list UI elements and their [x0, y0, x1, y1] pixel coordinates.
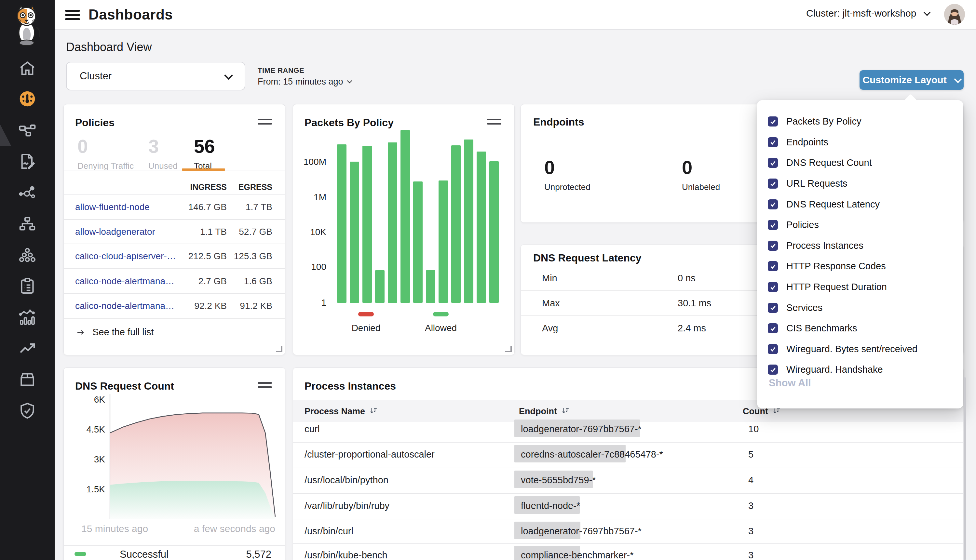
checkbox-checked-icon[interactable]: [768, 261, 778, 271]
process-name-cell: curl: [305, 424, 320, 435]
column-header-ingress[interactable]: INGRESS: [181, 182, 227, 192]
policies-stat-unused[interactable]: 3 Unused: [148, 137, 178, 171]
divider: [64, 318, 285, 319]
policy-link[interactable]: allow-loadgenerator: [75, 227, 155, 237]
sidebar-nav: [0, 0, 55, 560]
checkbox-checked-icon[interactable]: [768, 220, 778, 230]
sort-icon[interactable]: [561, 406, 569, 417]
sidebar-item-security[interactable]: [18, 402, 37, 420]
divider: [64, 243, 285, 244]
layout-option-label: DNS Request Count: [786, 157, 872, 168]
policy-link[interactable]: calico-cloud-apiserver-…: [75, 251, 176, 262]
drag-handle-icon[interactable]: [258, 119, 272, 125]
shield-check-icon: [18, 402, 37, 420]
divider: [64, 219, 285, 220]
sidebar-item-dashboards[interactable]: [18, 90, 37, 108]
time-range-label: TIME RANGE: [258, 66, 304, 75]
checkbox-checked-icon[interactable]: [768, 241, 778, 251]
checkbox-checked-icon[interactable]: [768, 323, 778, 333]
column-header-egress[interactable]: EGRESS: [233, 182, 272, 192]
checkbox-checked-icon[interactable]: [768, 178, 778, 188]
layout-option-policies[interactable]: Policies: [768, 215, 956, 235]
resize-handle[interactable]: [276, 346, 282, 352]
sidebar-item-workloads[interactable]: [18, 246, 37, 264]
page-title: Dashboards: [88, 7, 173, 23]
denied-legend-label[interactable]: Denied: [340, 323, 392, 333]
resize-handle[interactable]: [505, 346, 512, 352]
count-cell: 4: [748, 475, 754, 485]
cluster-selector[interactable]: Cluster: jlt-msft-workshop: [806, 8, 929, 19]
column-header-process-name[interactable]: Process Name: [305, 406, 377, 417]
sidebar-item-policies[interactable]: [18, 152, 37, 170]
egress-value: 1.7 TB: [233, 202, 272, 212]
layout-option-dns-request-latency[interactable]: DNS Request Latency: [768, 194, 956, 215]
sidebar-item-packages[interactable]: [18, 370, 37, 388]
policy-edit-icon: [18, 152, 37, 170]
page-scrollbar[interactable]: [964, 377, 966, 560]
layout-option-services[interactable]: Services: [768, 297, 956, 318]
endpoint-label: fluentd-node-*: [521, 500, 580, 511]
column-header-endpoint[interactable]: Endpoint: [519, 406, 569, 417]
allowed-legend-label[interactable]: Allowed: [415, 323, 467, 333]
layout-option-http-request-duration[interactable]: HTTP Request Duration: [768, 277, 956, 298]
layout-option-wireguard-bytes[interactable]: Wireguard. Bytes sent/received: [768, 339, 956, 360]
checkbox-checked-icon[interactable]: [768, 303, 778, 313]
checkbox-checked-icon[interactable]: [768, 344, 778, 354]
process-name-cell: /usr/bin/curl: [305, 526, 353, 537]
see-full-list-link[interactable]: See the full list: [76, 327, 154, 338]
checkbox-checked-icon[interactable]: [768, 282, 778, 292]
policy-link[interactable]: calico-node-alertmana…: [75, 276, 174, 287]
bar-stats-icon: [18, 308, 37, 327]
sidebar-item-service-graph[interactable]: [18, 184, 37, 202]
count-cell: 3: [748, 526, 754, 537]
dashboards-page: Dashboards Cluster: jlt-msft-workshop: [0, 0, 976, 560]
allowed-bar: [426, 270, 435, 303]
time-range-value[interactable]: From: 15 minutes ago: [258, 77, 351, 87]
sidebar-item-compliance[interactable]: [18, 277, 37, 295]
user-avatar[interactable]: [944, 4, 965, 25]
checkbox-checked-icon[interactable]: [768, 199, 778, 210]
chevron-down-icon: [224, 71, 233, 80]
latency-label: Avg: [542, 323, 558, 334]
divider: [293, 493, 963, 494]
checkbox-checked-icon[interactable]: [768, 117, 778, 127]
layout-option-url-requests[interactable]: URL Requests: [768, 173, 956, 194]
customize-layout-dropdown: Packets By Policy Endpoints DNS Request …: [757, 100, 963, 408]
checkbox-checked-icon[interactable]: [768, 158, 778, 168]
sidebar-item-threat-trends[interactable]: [18, 339, 37, 357]
dns-latency-card-title: DNS Request Latency: [533, 252, 642, 264]
menu-icon[interactable]: [65, 10, 80, 20]
policies-stat-total[interactable]: 56 Total: [194, 137, 215, 171]
layout-option-cis-benchmarks[interactable]: CIS Benchmarks: [768, 318, 956, 339]
checkbox-checked-icon[interactable]: [768, 365, 778, 375]
layout-option-process-instances[interactable]: Process Instances: [768, 235, 956, 256]
customize-layout-button[interactable]: Customize Layout: [859, 70, 964, 90]
layout-option-dns-request-count[interactable]: DNS Request Count: [768, 153, 956, 173]
divider: [64, 293, 285, 294]
successful-legend-label[interactable]: Successful: [120, 548, 169, 560]
time-range-text: From: 15 minutes ago: [258, 77, 343, 87]
sidebar-item-network-tree[interactable]: [18, 215, 37, 233]
policy-link[interactable]: calico-node-alertmana…: [75, 301, 174, 311]
layout-option-label: Policies: [786, 220, 819, 230]
sidebar-item-home[interactable]: [18, 59, 37, 77]
policy-link[interactable]: allow-fluentd-node: [75, 202, 150, 212]
layout-option-http-response-codes[interactable]: HTTP Response Codes: [768, 256, 956, 277]
dashboard-view-select[interactable]: Cluster: [66, 62, 245, 90]
layout-option-endpoints[interactable]: Endpoints: [768, 132, 956, 153]
sort-icon[interactable]: [369, 406, 377, 417]
show-all-link[interactable]: Show All: [769, 377, 811, 389]
sidebar-item-statistics[interactable]: [18, 308, 37, 327]
layout-option-packets-by-policy[interactable]: Packets By Policy: [768, 111, 956, 132]
policies-stat-denying[interactable]: 0 Denying Traffic: [77, 137, 134, 171]
count-cell: 10: [748, 424, 759, 435]
sidebar-item-network-flow[interactable]: [18, 121, 37, 139]
layout-option-label: URL Requests: [786, 178, 848, 189]
checkbox-checked-icon[interactable]: [768, 137, 778, 147]
endpoints-stat-unlabeled[interactable]: 0 Unlabeled: [682, 158, 720, 192]
endpoints-stat-unprotected[interactable]: 0 Unprotected: [544, 158, 591, 192]
stat-label: Unprotected: [544, 182, 591, 192]
ingress-value: 2.7 GB: [181, 276, 227, 287]
process-name-cell: /var/lib/ruby/bin/ruby: [305, 500, 389, 511]
latency-label: Min: [542, 273, 557, 283]
